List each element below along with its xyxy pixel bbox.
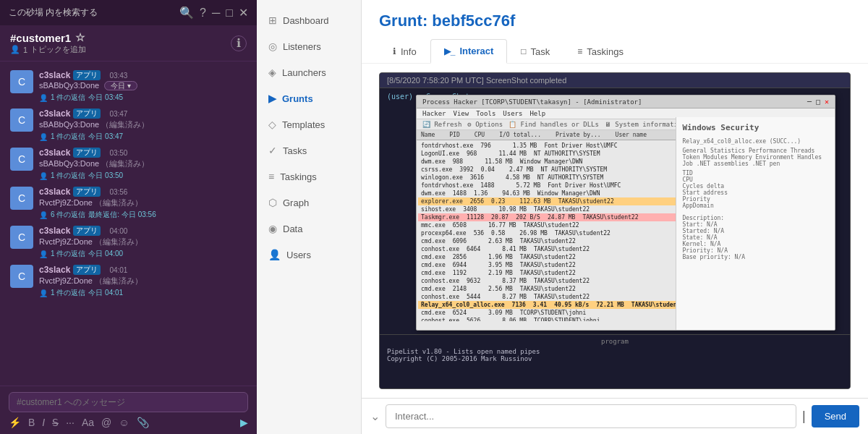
emoji-icon[interactable]: ☺ bbox=[119, 417, 129, 428]
main-content: [8/5/2020 7:58:20 PM UTC] ScreenShot com… bbox=[362, 64, 868, 398]
list-item: C c3slack アプリ 03:50 sBABbQy3:Done （編集済み）… bbox=[0, 145, 257, 184]
sender-name: c3slack bbox=[39, 226, 70, 236]
sidebar-item-dashboard[interactable]: ⊞ Dashboard bbox=[257, 7, 361, 33]
italic-icon[interactable]: I bbox=[42, 417, 45, 428]
reply-info[interactable]: 👤 1 件の返信 今日 03:45 bbox=[39, 93, 247, 103]
send-icon[interactable]: ▶ bbox=[240, 417, 248, 428]
sidebar-item-label: Listeners bbox=[283, 41, 321, 52]
add-topic-label[interactable]: トピックを追加 bbox=[30, 44, 86, 55]
sidebar-item-users[interactable]: 👤 Users bbox=[257, 242, 361, 268]
pipelist-info: PipeList v1.80 - Lists open named pipes bbox=[387, 348, 843, 355]
app-badge: アプリ bbox=[73, 148, 101, 158]
tab-interact[interactable]: ▶_ Interact bbox=[430, 39, 508, 64]
sidebar-item-taskings[interactable]: ≡ Taskings bbox=[257, 163, 361, 190]
info-icon: ℹ bbox=[393, 46, 396, 56]
reply-count: 1 件の返信 bbox=[51, 171, 85, 181]
mention-icon[interactable]: @ bbox=[101, 417, 111, 428]
menu-tools[interactable]: Tools bbox=[476, 110, 495, 117]
sidebar-item-label: Launchers bbox=[282, 67, 326, 78]
close-icon[interactable]: ✕ bbox=[239, 6, 248, 20]
send-button[interactable]: Send bbox=[812, 405, 859, 427]
bottom-terminal: program PipeList v1.80 - Lists open name… bbox=[380, 334, 850, 388]
info-button[interactable]: ℹ bbox=[231, 35, 247, 51]
maximize-icon[interactable]: □ bbox=[226, 7, 233, 20]
add-topic-row[interactable]: 👤 1 トピックを追加 bbox=[10, 44, 86, 55]
sysinfo-btn[interactable]: 🖥 System information bbox=[605, 121, 686, 128]
sidebar-item-grunts[interactable]: ▶ Grunts bbox=[257, 85, 361, 111]
sidebar-item-label: Templates bbox=[282, 119, 325, 130]
message-time: 04:01 bbox=[109, 266, 127, 274]
reply-info[interactable]: 👤 1 件の返信 今日 03:47 bbox=[39, 132, 247, 142]
message-time: 03:50 bbox=[109, 149, 127, 157]
sidebar-item-tasks[interactable]: ✓ Tasks bbox=[257, 137, 361, 163]
main-header: Grunt: bebf5cc76f ℹ Info ▶_ Interact □ T… bbox=[362, 0, 868, 64]
sidebar-item-label: Graph bbox=[283, 197, 309, 208]
sidebar-item-templates[interactable]: ◇ Templates bbox=[257, 111, 361, 137]
reply-info[interactable]: 👤 1 件の返信 今日 04:01 bbox=[39, 288, 247, 298]
sidebar-item-listeners[interactable]: ◎ Listeners bbox=[257, 33, 361, 59]
terminal-screenshot: [8/5/2020 7:58:20 PM UTC] ScreenShot com… bbox=[379, 72, 851, 389]
program-label: program bbox=[387, 338, 843, 345]
menu-help[interactable]: Help bbox=[529, 110, 545, 117]
task-icon: □ bbox=[521, 46, 526, 56]
message-time: 03:43 bbox=[109, 72, 127, 80]
refresh-btn[interactable]: 🔄 Refresh bbox=[422, 121, 461, 128]
message-text: RvctPj9Z:Done （編集済み） bbox=[39, 197, 247, 208]
sidebar-item-label: Grunts bbox=[282, 93, 313, 104]
tab-label: Info bbox=[401, 46, 417, 57]
handles-btn[interactable]: 📋 Find handles or DLLs bbox=[509, 121, 599, 128]
search-icon[interactable]: 🔍 bbox=[179, 6, 194, 20]
avatar: C bbox=[10, 226, 33, 249]
avatar: C bbox=[10, 109, 33, 132]
close-process-icon[interactable]: ✕ bbox=[825, 98, 829, 106]
star-icon[interactable]: ☆ bbox=[75, 31, 85, 44]
tasks-icon: ✓ bbox=[268, 145, 277, 156]
app-badge: アプリ bbox=[73, 109, 101, 119]
templates-icon: ◇ bbox=[268, 119, 276, 130]
attachment-icon[interactable]: 📎 bbox=[137, 417, 149, 428]
sender-name: c3slack bbox=[39, 109, 70, 119]
minimize-icon[interactable]: ─ bbox=[212, 7, 220, 20]
message-text: sBABbQy3:Done 今日 ▾ bbox=[39, 81, 247, 91]
main-panel: Grunt: bebf5cc76f ℹ Info ▶_ Interact □ T… bbox=[362, 0, 868, 434]
process-hacker-window: Process Hacker [TCORP\STUDENT\takasyn] -… bbox=[416, 95, 835, 331]
message-time: 04:00 bbox=[109, 227, 127, 235]
more-formatting-icon[interactable]: ··· bbox=[66, 417, 75, 428]
reply-count: 1 件の返信 bbox=[51, 288, 85, 298]
message-time: 03:56 bbox=[109, 188, 127, 196]
sidebar-item-data[interactable]: ◉ Data bbox=[257, 216, 361, 242]
message-toolbar: ⚡ B I S̶ ··· Aa @ ☺ 📎 ▶ bbox=[9, 417, 248, 428]
bold-icon[interactable]: B bbox=[28, 417, 35, 428]
security-tabs: General Statistics Performance Threads T… bbox=[682, 148, 829, 167]
avatar: C bbox=[10, 265, 33, 288]
interact-input[interactable] bbox=[386, 404, 796, 428]
copyright-info: Copyright (C) 2005-2016 Mark Russinov bbox=[387, 355, 843, 362]
list-item: C c3slack アプリ 03:56 RvctPj9Z:Done （編集済み）… bbox=[0, 184, 257, 223]
maximize-process-icon[interactable]: □ bbox=[816, 98, 820, 106]
strikethrough-icon[interactable]: S̶ bbox=[52, 417, 59, 428]
taskings-icon: ≡ bbox=[268, 171, 274, 182]
reply-info[interactable]: 👤 6 件の返信 最終返信: 今日 03:56 bbox=[39, 210, 247, 220]
minimize-process-icon[interactable]: ─ bbox=[807, 98, 812, 106]
lightning-icon[interactable]: ⚡ bbox=[9, 417, 21, 428]
menu-hacker[interactable]: Hacker bbox=[422, 110, 446, 117]
list-item: C c3slack アプリ 03:43 sBABbQy3:Done 今日 ▾ 👤… bbox=[0, 67, 257, 106]
tab-taskings[interactable]: ≡ Taskings bbox=[563, 39, 637, 63]
sidebar-item-graph[interactable]: ⬡ Graph bbox=[257, 190, 361, 216]
sidebar-item-launchers[interactable]: ◈ Launchers bbox=[257, 59, 361, 85]
tab-info[interactable]: ℹ Info bbox=[379, 39, 430, 63]
help-icon[interactable]: ? bbox=[200, 7, 206, 20]
message-content: c3slack アプリ 04:01 RvctPj9Z:Done （編集済み） 👤… bbox=[39, 265, 247, 298]
reply-info[interactable]: 👤 1 件の返信 今日 03:50 bbox=[39, 171, 247, 181]
message-content: c3slack アプリ 03:43 sBABbQy3:Done 今日 ▾ 👤 1… bbox=[39, 70, 247, 103]
menu-view[interactable]: View bbox=[454, 110, 469, 117]
tab-task[interactable]: □ Task bbox=[507, 39, 563, 63]
message-text: sBABbQy3:Done （編集済み） bbox=[39, 158, 247, 169]
message-input[interactable] bbox=[9, 392, 248, 412]
font-icon[interactable]: Aa bbox=[82, 417, 94, 428]
menu-users[interactable]: Users bbox=[503, 110, 522, 117]
sender-name: c3slack bbox=[39, 187, 70, 197]
col-io: I/O total... bbox=[499, 132, 541, 138]
options-btn[interactable]: ⚙ Options bbox=[467, 121, 503, 128]
reply-info[interactable]: 👤 1 件の返信 今日 04:00 bbox=[39, 249, 247, 259]
